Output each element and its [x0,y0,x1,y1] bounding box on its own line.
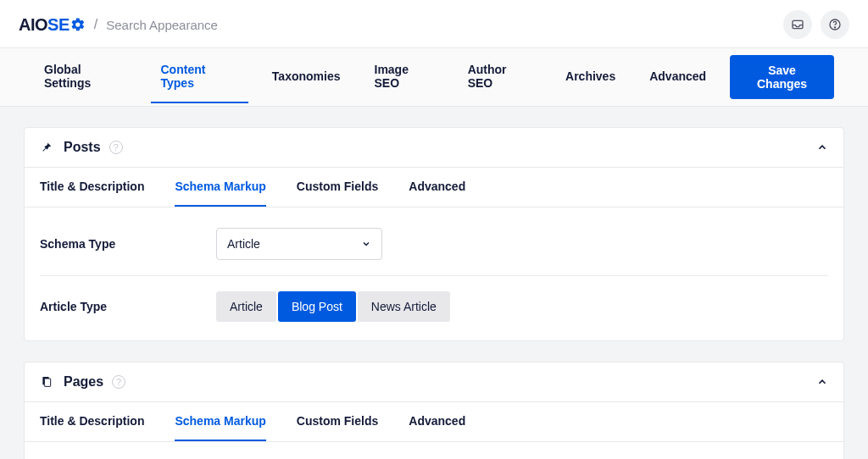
subtab-schema-markup[interactable]: Schema Markup [175,168,265,207]
posts-card: Posts ? Title & Description Schema Marku… [24,127,844,341]
main-tabs: Global Settings Content Types Taxonomies… [0,48,868,107]
tab-content-types[interactable]: Content Types [151,51,248,103]
breadcrumb-sep: / [94,17,97,32]
subtab-title-description[interactable]: Title & Description [40,168,144,207]
pin-icon [40,141,53,154]
tab-author-seo[interactable]: Author SEO [458,51,542,103]
article-type-label: Article Type [40,300,216,313]
page-body: Posts ? Title & Description Schema Marku… [0,107,868,459]
schema-type-select[interactable]: Article [216,228,382,260]
tab-taxonomies[interactable]: Taxonomies [262,58,351,97]
help-icon[interactable]: ? [112,375,125,389]
breadcrumb: Search Appearance [106,18,218,32]
collapse-toggle[interactable] [816,376,828,388]
schema-type-row: Schema Type Article [40,213,828,276]
tab-advanced[interactable]: Advanced [639,58,716,97]
logo[interactable]: AIO SE [19,15,86,35]
posts-card-header: Posts ? [25,128,843,168]
article-type-row: Article Type Article Blog Post News Arti… [40,276,828,325]
subtab-custom-fields[interactable]: Custom Fields [297,168,378,207]
pages-icon [40,375,53,389]
help-icon[interactable]: ? [109,141,123,154]
segment-article[interactable]: Article [216,291,276,322]
subtab-schema-markup[interactable]: Schema Markup [175,402,265,441]
pages-card: Pages ? Title & Description Schema Marku… [24,362,844,459]
svg-point-2 [834,27,835,28]
schema-type-row: Schema Type Web Page [40,447,828,459]
help-button[interactable] [821,10,849,39]
notifications-button[interactable] [783,10,812,39]
pages-card-header: Pages ? [25,362,843,402]
tab-image-seo[interactable]: Image SEO [364,51,444,103]
tab-archives[interactable]: Archives [555,58,626,97]
pages-subtabs: Title & Description Schema Markup Custom… [25,402,843,442]
logo-seo: SE [47,15,86,35]
chevron-down-icon [361,239,371,249]
chevron-up-icon [816,376,828,388]
subtab-custom-fields[interactable]: Custom Fields [297,402,378,441]
gear-icon [70,17,86,32]
svg-rect-4 [44,379,50,386]
subtab-advanced[interactable]: Advanced [409,168,465,207]
subtab-advanced[interactable]: Advanced [409,402,465,441]
segment-news-article[interactable]: News Article [358,291,450,322]
logo-aio: AIO [19,15,47,35]
segment-blog-post[interactable]: Blog Post [278,291,356,322]
save-button[interactable]: Save Changes [730,55,834,99]
pages-title: Pages [64,374,103,390]
posts-subtabs: Title & Description Schema Markup Custom… [25,168,843,207]
inbox-icon [791,18,804,31]
schema-type-label: Schema Type [40,237,216,251]
schema-type-value: Article [227,237,260,251]
subtab-title-description[interactable]: Title & Description [40,402,144,441]
article-type-segments: Article Blog Post News Article [216,291,828,322]
help-icon [828,18,842,31]
top-bar: AIO SE / Search Appearance [0,0,868,48]
tab-global-settings[interactable]: Global Settings [34,51,137,103]
posts-title: Posts [64,140,101,155]
collapse-toggle[interactable] [816,141,828,153]
chevron-up-icon [816,141,828,153]
